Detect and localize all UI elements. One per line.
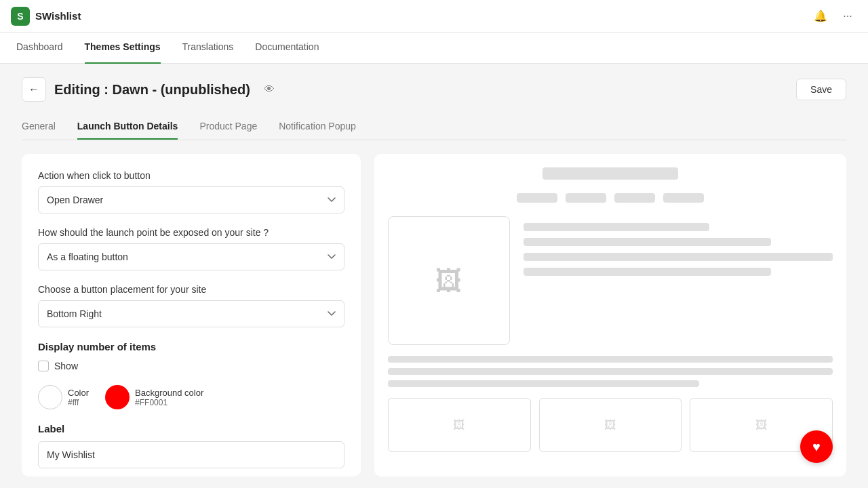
color-circle-bg[interactable]: [105, 385, 130, 409]
more-options-icon[interactable]: ···: [838, 7, 857, 26]
action-select-wrapper: Open Drawer Open Page Add to Wishlist: [38, 186, 344, 214]
color-row: Color #fff Background color #FF0001: [38, 385, 344, 409]
preview-line: [524, 223, 709, 231]
thumb-placeholder-icon: 🖼: [604, 418, 616, 432]
preview-text-lines: [524, 216, 833, 345]
eye-icon[interactable]: 👁: [264, 83, 275, 96]
floating-wishlist-button[interactable]: ♥: [800, 430, 833, 463]
page-header-left: ← Editing : Dawn - (unpublished) 👁: [22, 77, 275, 102]
action-form-group: Action when click to button Open Drawer …: [38, 170, 344, 214]
page-content: ← Editing : Dawn - (unpublished) 👁 Save …: [0, 64, 868, 488]
preview-desc-lines: [388, 356, 833, 387]
preview-nav-item: [566, 193, 606, 203]
tab-general[interactable]: General: [22, 115, 56, 140]
nav-tab-dashboard[interactable]: Dashboard: [16, 33, 63, 64]
nav-tabs: Dashboard Themes Settings Translations D…: [0, 33, 868, 64]
image-placeholder-icon: 🖼: [435, 266, 462, 296]
app-logo: S: [11, 7, 30, 26]
topbar-left: S SWishlist: [11, 7, 81, 26]
action-select[interactable]: Open Drawer Open Page Add to Wishlist: [38, 186, 344, 214]
preview-line: [524, 253, 833, 261]
placement-label: Choose a button placement for your site: [38, 284, 344, 295]
topbar-right: 🔔 ···: [811, 7, 857, 26]
color-name-bg: Background color: [135, 388, 203, 398]
tab-notification-popup[interactable]: Notification Popup: [279, 115, 356, 140]
preview-nav-item: [663, 193, 704, 203]
preview-thumb: 🖼: [539, 398, 682, 452]
label-input[interactable]: [38, 441, 344, 468]
bell-icon[interactable]: 🔔: [811, 7, 830, 26]
preview-nav-item: [517, 193, 557, 203]
preview-nav-item: [614, 193, 655, 203]
color-item-fg: Color #fff: [38, 385, 89, 409]
show-label: Show: [54, 361, 78, 371]
preview-desc-line: [388, 368, 833, 375]
preview-thumb: 🖼: [388, 398, 531, 452]
color-item-bg: Background color #FF0001: [105, 385, 203, 409]
nav-tab-themes-settings[interactable]: Themes Settings: [85, 33, 161, 64]
content-tabs: General Launch Button Details Product Pa…: [22, 115, 846, 140]
color-info-fg: Color #fff: [68, 388, 89, 407]
left-panel: Action when click to button Open Drawer …: [22, 154, 361, 476]
color-info-bg: Background color #FF0001: [135, 388, 203, 407]
nav-tab-documentation[interactable]: Documentation: [255, 33, 319, 64]
preview-desc-line: [388, 380, 699, 387]
page-title: Editing : Dawn - (unpublished): [54, 82, 250, 98]
preview-desc-line: [388, 356, 833, 363]
nav-tab-translations[interactable]: Translations: [182, 33, 234, 64]
page-header: ← Editing : Dawn - (unpublished) 👁 Save: [22, 77, 846, 102]
color-name-fg: Color: [68, 388, 89, 398]
show-checkbox-row: Show: [38, 361, 344, 371]
thumb-placeholder-icon: 🖼: [453, 418, 465, 432]
placement-select[interactable]: Bottom Right Bottom Left Top Right Top L…: [38, 300, 344, 327]
right-panel: 🖼: [374, 154, 846, 476]
save-button[interactable]: Save: [796, 79, 846, 100]
placement-select-wrapper: Bottom Right Bottom Left Top Right Top L…: [38, 300, 344, 327]
heart-icon: ♥: [812, 439, 821, 455]
preview-line: [524, 268, 771, 276]
color-value-bg: #FF0001: [135, 398, 203, 407]
display-items-section: Display number of items Show: [38, 341, 344, 371]
expose-select-wrapper: As a floating button Inline Both: [38, 243, 344, 270]
preview-main: 🖼: [388, 216, 833, 345]
placement-form-group: Choose a button placement for your site …: [38, 284, 344, 327]
action-label: Action when click to button: [38, 170, 344, 181]
main-layout: Action when click to button Open Drawer …: [22, 154, 846, 476]
expose-select[interactable]: As a floating button Inline Both: [38, 243, 344, 270]
topbar: S SWishlist 🔔 ···: [0, 0, 868, 33]
display-items-title: Display number of items: [38, 341, 344, 352]
expose-label: How should the launch point be exposed o…: [38, 227, 344, 238]
label-section: Label: [38, 423, 344, 468]
preview-image-box: 🖼: [388, 216, 510, 345]
preview-top-bar: [542, 167, 678, 180]
tab-product-page[interactable]: Product Page: [199, 115, 257, 140]
color-value-fg: #fff: [68, 398, 89, 407]
label-section-title: Label: [38, 423, 344, 434]
preview-nav: [388, 193, 833, 203]
thumb-placeholder-icon: 🖼: [755, 418, 768, 432]
preview-thumbnails: 🖼 🖼 🖼: [388, 398, 833, 452]
expose-form-group: How should the launch point be exposed o…: [38, 227, 344, 270]
color-circle-fg[interactable]: [38, 385, 62, 409]
preview-area: 🖼: [374, 154, 846, 476]
show-checkbox[interactable]: [38, 361, 49, 371]
preview-line: [524, 238, 771, 246]
app-title: SWishlist: [35, 10, 81, 22]
tab-launch-button-details[interactable]: Launch Button Details: [77, 115, 178, 140]
back-button[interactable]: ←: [22, 77, 46, 102]
